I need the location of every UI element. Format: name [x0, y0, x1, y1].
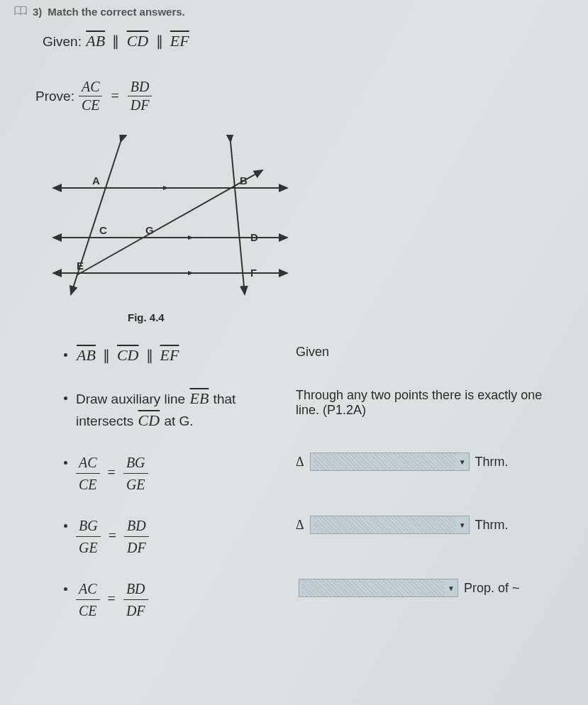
parallel-symbol: ∥ — [153, 33, 166, 49]
theorem-dropdown[interactable]: ▼ — [310, 453, 470, 471]
prove-label: Prove: — [35, 89, 74, 104]
svg-text:D: D — [250, 231, 258, 243]
equals: = — [106, 88, 123, 104]
proof-reason: Δ ▼ Thrm. — [296, 516, 553, 534]
svg-text:C: C — [99, 224, 107, 236]
segment-cd: CD — [126, 32, 150, 50]
bullet-icon — [64, 396, 67, 400]
proof-row: ACCE = BGGE Δ ▼ Thrm. — [35, 453, 553, 494]
svg-text:G: G — [145, 224, 154, 236]
prove-statement: Prove: AC CE = BD DF — [35, 79, 553, 113]
proof-row: ACCE = BDDF ▼ Prop. of ~ — [35, 579, 553, 621]
bullet-icon — [64, 524, 67, 528]
delta-symbol: Δ — [296, 455, 304, 470]
figure-caption: Fig. 4.4 — [128, 311, 553, 323]
theorem-dropdown[interactable]: ▼ — [310, 516, 470, 534]
chevron-down-icon: ▼ — [456, 521, 466, 529]
segment-ef: EF — [170, 32, 190, 50]
proof-reason: ▼ Prop. of ~ — [296, 579, 553, 597]
chevron-down-icon: ▼ — [445, 584, 455, 592]
proof-statement: ACCE = BGGE — [76, 453, 296, 494]
proof-row: AB ∥ CD ∥ EF Given — [35, 345, 553, 367]
chevron-down-icon: ▼ — [456, 458, 466, 466]
fraction: BD DF — [128, 79, 152, 113]
fraction: AC CE — [79, 79, 103, 113]
bullet-icon — [64, 587, 67, 591]
proof-reason: Δ ▼ Thrm. — [296, 453, 553, 471]
book-icon — [14, 6, 27, 18]
given-statement: Given: AB ∥ CD ∥ EF — [43, 32, 553, 50]
svg-text:E: E — [77, 260, 84, 272]
proof-table: AB ∥ CD ∥ EF Given Draw auxiliary line E… — [35, 345, 553, 621]
parallel-symbol: ∥ — [109, 33, 122, 49]
proof-statement: BGGE = BDDF — [76, 516, 296, 557]
svg-text:B: B — [240, 174, 248, 187]
question-number: 3) — [33, 6, 42, 18]
proof-statement: Draw auxiliary line EB that intersects C… — [76, 388, 296, 432]
bullet-icon — [64, 461, 67, 465]
question-title: Match the correct answers. — [48, 6, 184, 18]
proof-row: BGGE = BDDF Δ ▼ Thrm. — [35, 516, 553, 557]
svg-line-5 — [77, 170, 262, 275]
proof-statement: AB ∥ CD ∥ EF — [76, 345, 296, 367]
question-header: 3) Match the correct answers. — [14, 6, 553, 18]
property-dropdown[interactable]: ▼ — [299, 579, 458, 597]
proof-statement: ACCE = BDDF — [76, 579, 296, 621]
given-label: Given: — [43, 34, 82, 49]
proof-reason: Given — [296, 345, 553, 360]
bullet-icon — [64, 353, 67, 357]
segment-ab: AB — [85, 32, 106, 50]
delta-symbol: Δ — [296, 518, 304, 533]
svg-text:A: A — [92, 174, 100, 187]
proof-reason: Through any two points there is exactly … — [296, 388, 553, 418]
svg-text:F: F — [250, 267, 257, 279]
proof-row: Draw auxiliary line EB that intersects C… — [35, 388, 553, 432]
geometry-diagram: A B C D E F G — [43, 135, 553, 304]
svg-line-4 — [231, 142, 245, 294]
